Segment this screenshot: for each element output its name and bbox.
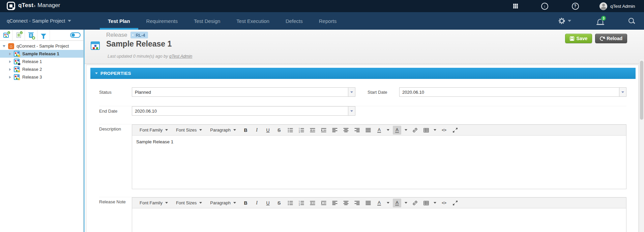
- tab-defects[interactable]: Defects: [277, 12, 311, 30]
- underline-button[interactable]: U: [264, 199, 272, 207]
- expand-caret-icon[interactable]: [9, 60, 11, 63]
- text-color-caret-icon[interactable]: [387, 202, 389, 204]
- end-date-field[interactable]: 2020.06.10: [132, 106, 355, 116]
- italic-button[interactable]: I: [253, 126, 261, 135]
- username[interactable]: qTest Admin: [610, 0, 635, 12]
- tab-requirements[interactable]: Requirements: [138, 12, 186, 30]
- background-color-button[interactable]: A: [393, 199, 401, 207]
- justify-button[interactable]: [364, 126, 372, 135]
- bullet-list-button[interactable]: [286, 126, 294, 135]
- chevron-down-icon[interactable]: [348, 107, 355, 115]
- apps-grid-button[interactable]: [511, 0, 520, 12]
- properties-form: Status Planned Start Date 2020.06.10: [86, 79, 638, 232]
- tree-item-label: Release 3: [22, 75, 42, 80]
- svg-text:3: 3: [299, 204, 300, 206]
- start-date-label: Start Date: [368, 90, 399, 95]
- insert-link-button[interactable]: [411, 126, 419, 135]
- paragraph-dropdown[interactable]: Paragraph: [206, 125, 240, 136]
- start-date-field[interactable]: 2020.06.10: [399, 87, 626, 97]
- align-left-icon: [332, 127, 338, 133]
- align-center-button[interactable]: [342, 126, 350, 135]
- fullscreen-button[interactable]: [451, 126, 459, 135]
- new-release-button[interactable]: +: [0, 30, 12, 40]
- tree-item-release-2[interactable]: Release 2: [0, 65, 83, 73]
- reload-button[interactable]: Reload: [595, 34, 627, 43]
- font-sizes-dropdown[interactable]: Font Sizes: [172, 198, 206, 208]
- save-button[interactable]: Save: [565, 34, 592, 43]
- insert-link-button[interactable]: [411, 199, 419, 207]
- qtest-logo[interactable]: qTest ® Manager: [7, 2, 60, 10]
- align-left-button[interactable]: [330, 126, 339, 135]
- numbered-list-button[interactable]: 123: [297, 199, 305, 207]
- collapse-caret-icon[interactable]: [3, 45, 5, 47]
- tab-reports[interactable]: Reports: [311, 12, 345, 30]
- tree-item-project[interactable]: ⌂ qConnect - Sample Project: [0, 42, 83, 50]
- expand-caret-icon[interactable]: [9, 68, 11, 71]
- numbered-list-button[interactable]: 123: [297, 126, 305, 135]
- help-button[interactable]: ?: [570, 0, 580, 12]
- outdent-button[interactable]: [308, 126, 317, 135]
- release-note-editor-content[interactable]: [132, 208, 626, 232]
- table-caret-icon[interactable]: [434, 202, 436, 204]
- indent-button[interactable]: [319, 126, 328, 135]
- fullscreen-button[interactable]: [451, 199, 459, 207]
- tab-test-plan[interactable]: Test Plan: [100, 12, 138, 30]
- font-family-dropdown[interactable]: Font Family: [136, 198, 172, 208]
- align-right-button[interactable]: [353, 126, 361, 135]
- font-family-dropdown[interactable]: Font Family: [136, 125, 172, 136]
- search-icon: [628, 17, 635, 25]
- bullet-list-button[interactable]: [286, 199, 294, 207]
- tree-item-release-1[interactable]: Release 1: [0, 58, 83, 65]
- text-color-caret-icon[interactable]: [387, 129, 389, 131]
- notifications-button[interactable]: 3: [597, 12, 603, 30]
- expand-caret-icon[interactable]: [9, 76, 11, 79]
- tree-toggle-switch[interactable]: [70, 32, 81, 38]
- tree-item-sample-release-1[interactable]: Sample Release 1: [0, 50, 83, 58]
- chevron-down-icon[interactable]: [619, 88, 626, 96]
- fullscreen-icon: [452, 200, 458, 206]
- chevron-down-icon[interactable]: [348, 88, 355, 96]
- text-color-button[interactable]: A: [375, 126, 383, 135]
- background-color-button[interactable]: A: [393, 126, 401, 135]
- italic-button[interactable]: I: [253, 199, 261, 207]
- status-dropdown[interactable]: Planned: [132, 87, 355, 97]
- text-color-button[interactable]: A: [375, 199, 383, 207]
- properties-section-header[interactable]: PROPERTIES: [90, 68, 636, 79]
- scrollbar-thumb[interactable]: [640, 61, 643, 120]
- align-right-button[interactable]: [353, 199, 361, 207]
- download-button[interactable]: ↓: [540, 0, 549, 12]
- expand-caret-icon[interactable]: [9, 53, 11, 55]
- tree-item-release-3[interactable]: Release 3: [0, 73, 83, 81]
- filter-button[interactable]: [37, 30, 50, 40]
- bold-button[interactable]: B: [241, 199, 250, 207]
- description-editor-content[interactable]: Sample Release 1: [132, 136, 626, 189]
- insert-table-button[interactable]: [422, 126, 430, 135]
- strikethrough-button[interactable]: S: [275, 126, 283, 135]
- last-updated-user-link[interactable]: qTest Admin: [169, 54, 193, 59]
- source-code-button[interactable]: <>: [440, 199, 448, 207]
- strikethrough-button[interactable]: S: [275, 199, 283, 207]
- tab-test-design[interactable]: Test Design: [186, 12, 228, 30]
- background-color-caret-icon[interactable]: [405, 129, 407, 131]
- source-code-button[interactable]: <>: [440, 126, 448, 135]
- tab-test-execution[interactable]: Test Execution: [228, 12, 277, 30]
- recycle-bin-button[interactable]: [25, 30, 37, 40]
- outdent-button[interactable]: [308, 199, 317, 207]
- project-selector[interactable]: qConnect - Sample Project: [7, 12, 71, 30]
- new-build-button[interactable]: +: [12, 30, 25, 40]
- font-sizes-dropdown[interactable]: Font Sizes: [172, 125, 206, 136]
- table-caret-icon[interactable]: [434, 129, 436, 131]
- bold-button[interactable]: B: [241, 126, 250, 135]
- justify-button[interactable]: [364, 199, 372, 207]
- align-left-button[interactable]: [330, 199, 339, 207]
- search-button[interactable]: [628, 12, 635, 30]
- align-center-button[interactable]: [342, 199, 350, 207]
- underline-button[interactable]: U: [264, 126, 272, 135]
- user-menu[interactable]: [599, 0, 608, 12]
- vertical-scrollbar[interactable]: [639, 59, 644, 232]
- settings-menu[interactable]: [558, 12, 571, 30]
- paragraph-dropdown[interactable]: Paragraph: [206, 198, 240, 208]
- insert-table-button[interactable]: [422, 199, 430, 207]
- indent-button[interactable]: [319, 199, 328, 207]
- background-color-caret-icon[interactable]: [405, 202, 407, 204]
